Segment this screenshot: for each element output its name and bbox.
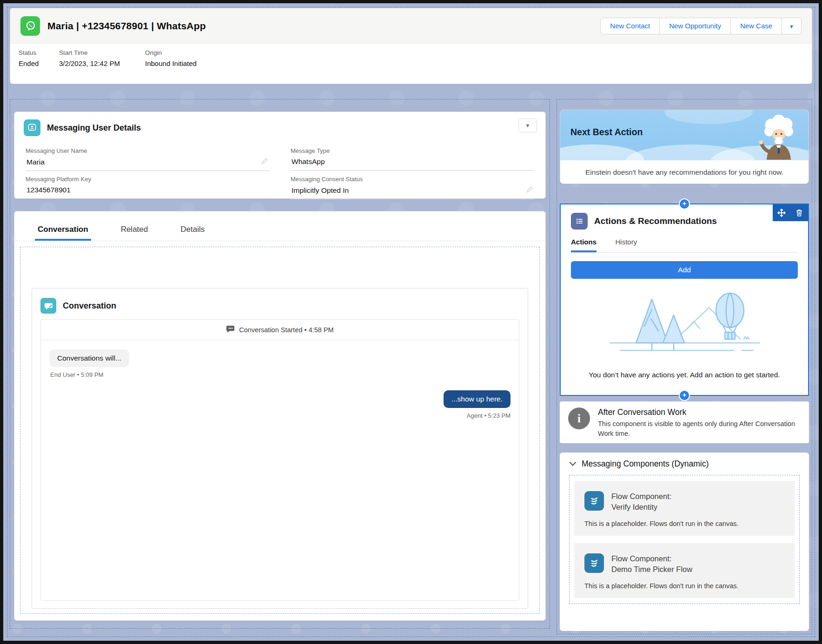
chevron-down-icon[interactable] [569, 460, 577, 468]
field-value: WhatsApp [292, 158, 325, 166]
record-tabbar: Conversation Related Details [14, 211, 545, 241]
tab-history[interactable]: History [615, 238, 637, 250]
actions-empty-text: You don’t have any actions yet. Add an a… [571, 371, 798, 379]
detail-fields-grid: Messaging User Name Maria Message Type W… [14, 141, 545, 199]
actions-recommendations-title: Actions & Recommendations [594, 216, 717, 226]
messaging-components-region: Flow Component: Verify Identity This is … [569, 475, 800, 604]
record-tabs-panel: Conversation Related Details Conversatio… [14, 211, 546, 621]
messaging-user-details-title: Messaging User Details [47, 123, 141, 133]
messaging-components-header[interactable]: Messaging Components (Dynamic) [569, 459, 800, 469]
left-column-region: Messaging User Details ▼ Messaging User … [10, 99, 550, 629]
component-handles [773, 204, 808, 221]
next-best-action-empty-text: Einstein doesn't have any recommendation… [560, 160, 809, 184]
flow-placeholder-text: This is a placeholder. Flows don't run i… [584, 520, 784, 527]
field-messaging-consent-status: Messaging Consent Status Implicitly Opte… [291, 171, 534, 199]
whatsapp-icon [20, 16, 40, 36]
caret-down-icon: ▼ [789, 24, 794, 29]
origin-value: Inbound Initiated [145, 59, 197, 67]
app-builder-canvas: Maria | +12345678901 | WhatsApp New Cont… [0, 0, 822, 644]
conversation-started-text: Conversation Started • 4:58 PM [239, 326, 333, 334]
field-message-type: Message Type WhatsApp [291, 143, 534, 171]
start-time-value: 3/2/2023, 12:42 PM [59, 59, 145, 67]
messaging-user-icon [24, 119, 40, 136]
field-label: Messaging Platform Key [26, 176, 269, 183]
inbound-message-meta: End User • 5:09 PM [50, 371, 519, 378]
move-icon[interactable] [773, 204, 790, 221]
after-conversation-work-panel: i After Conversation Work This component… [560, 401, 809, 443]
actions-recommendations-header: Actions & Recommendations [571, 213, 798, 230]
field-value: Implicitly Opted In [292, 186, 349, 195]
field-value: 12345678901 [27, 186, 71, 194]
more-actions-dropdown-button[interactable]: ▼ [782, 18, 802, 34]
flow-component-verify-identity[interactable]: Flow Component: Verify Identity This is … [574, 481, 795, 536]
next-best-action-header: Next Best Action [560, 110, 809, 160]
status-value: Ended [19, 59, 59, 67]
field-messaging-user-name: Messaging User Name Maria [26, 143, 269, 171]
after-conversation-work-title: After Conversation Work [598, 407, 798, 417]
field-label: Messaging Consent Status [291, 176, 534, 183]
flow-icon [584, 553, 604, 573]
tab-conversation[interactable]: Conversation [35, 225, 91, 241]
after-conversation-work-description: This component is visible to agents only… [598, 419, 798, 439]
inbound-message-bubble: Conversations will... [49, 349, 129, 367]
field-label: Messaging User Name [26, 147, 269, 154]
chat-started-icon [226, 325, 235, 335]
status-field: Status Ended [19, 49, 59, 67]
add-action-button[interactable]: Add [571, 261, 798, 279]
conversation-title: Conversation [63, 301, 116, 311]
messaging-components-title: Messaging Components (Dynamic) [582, 459, 709, 469]
tab-related[interactable]: Related [118, 225, 151, 241]
after-conversation-work-text: After Conversation Work This component i… [598, 407, 798, 437]
flow-icon [584, 491, 604, 511]
new-contact-button[interactable]: New Contact [600, 18, 660, 34]
actions-recommendations-component: + + Actions & Recommendations Act [560, 204, 809, 396]
flow-component-title: Flow Component: Demo Time Picker Flow [611, 553, 692, 575]
right-column-region: Next Best Action [557, 99, 812, 634]
field-value: Maria [27, 158, 45, 166]
new-case-button[interactable]: New Case [730, 18, 782, 34]
messaging-components-panel: Messaging Components (Dynamic) Flow Comp… [560, 453, 809, 631]
messaging-user-details-panel: Messaging User Details ▼ Messaging User … [14, 112, 546, 199]
flow-component-title: Flow Component: Verify Identity [611, 491, 671, 513]
new-opportunity-button[interactable]: New Opportunity [659, 18, 731, 34]
tab-details[interactable]: Details [178, 225, 207, 241]
flow-component-demo-time-picker[interactable]: Flow Component: Demo Time Picker Flow Th… [574, 543, 795, 598]
caret-down-icon: ▼ [525, 123, 530, 128]
tab-actions[interactable]: Actions [571, 238, 597, 252]
actions-recommendations-icon [571, 213, 588, 230]
tab-content-region: Conversation Conversation Started • 4:58… [20, 247, 540, 614]
conversation-started-row: Conversation Started • 4:58 PM [41, 320, 519, 340]
panel-dropdown-button[interactable]: ▼ [518, 118, 537, 132]
record-meta-row: Status Ended Start Time 3/2/2023, 12:42 … [10, 44, 812, 67]
conversation-icon [40, 298, 56, 314]
conversation-component: Conversation Conversation Started • 4:58… [32, 288, 528, 609]
record-highlights-panel: Maria | +12345678901 | WhatsApp New Cont… [10, 8, 812, 84]
messaging-user-details-header: Messaging User Details ▼ [14, 112, 545, 141]
page-title: Maria | +12345678901 | WhatsApp [47, 20, 206, 32]
flow-placeholder-text: This is a placeholder. Flows don't run i… [584, 582, 784, 590]
start-time-field: Start Time 3/2/2023, 12:42 PM [59, 49, 145, 67]
status-label: Status [19, 49, 59, 56]
record-header-row: Maria | +12345678901 | WhatsApp New Cont… [10, 8, 812, 44]
info-icon: i [568, 407, 590, 429]
conversation-header: Conversation [40, 296, 519, 315]
outbound-message-bubble: ...show up here. [444, 390, 510, 408]
origin-field: Origin Inbound Initiated [145, 49, 197, 67]
field-label: Message Type [291, 147, 534, 154]
edit-icon[interactable] [261, 158, 268, 166]
conversation-transcript: Conversation Started • 4:58 PM Conversat… [40, 319, 519, 601]
edit-icon[interactable] [526, 186, 533, 195]
outbound-message-meta: Agent • 5:23 PM [41, 412, 510, 419]
field-messaging-platform-key: Messaging Platform Key 12345678901 [26, 171, 269, 199]
add-component-above-button[interactable]: + [680, 199, 689, 209]
empty-state-illustration [596, 287, 773, 361]
actions-recommendations-tabbar: Actions History [571, 238, 798, 253]
einstein-avatar [755, 115, 803, 160]
origin-label: Origin [145, 49, 197, 56]
header-action-buttons: New Contact New Opportunity New Case ▼ [600, 18, 802, 34]
add-component-below-button[interactable]: + [680, 391, 689, 400]
start-time-label: Start Time [59, 49, 145, 56]
delete-icon[interactable] [790, 204, 808, 221]
next-best-action-panel: Next Best Action [560, 110, 809, 184]
